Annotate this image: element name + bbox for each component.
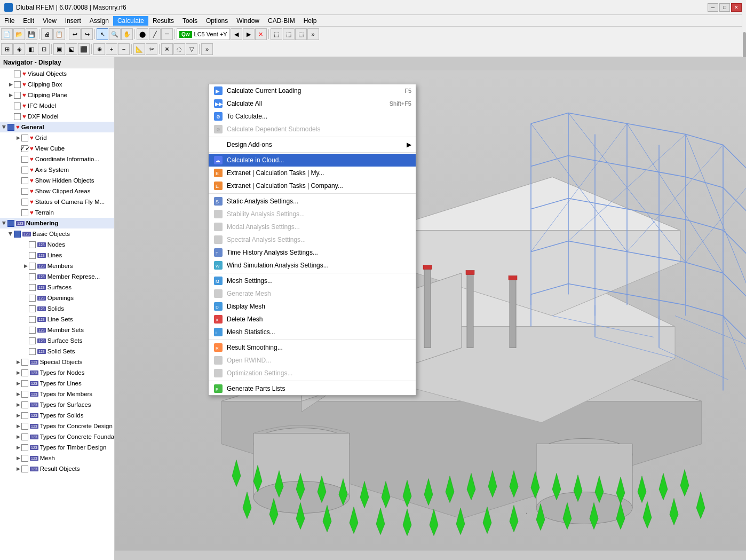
calc-static-settings[interactable]: S Static Analysis Settings... xyxy=(209,195,416,208)
tb-zoom[interactable]: 🔍 xyxy=(109,28,121,40)
menu-item-options[interactable]: Options xyxy=(202,16,232,26)
checkbox-nodes[interactable] xyxy=(29,241,36,248)
checkbox-solid-sets[interactable] xyxy=(29,348,36,355)
nav-surfaces[interactable]: 123 Surfaces xyxy=(0,282,114,293)
nav-nodes[interactable]: 123 Nodes xyxy=(0,239,114,250)
checkbox-types-concrete[interactable] xyxy=(21,423,28,430)
calc-time-history[interactable]: T Time History Analysis Settings... xyxy=(209,246,416,259)
nav-members[interactable]: ▶ 123 Members xyxy=(0,261,114,271)
nav-grid[interactable]: ▶ ♥ Grid xyxy=(0,132,114,143)
tb-node[interactable]: ⬤ xyxy=(137,28,148,40)
tb2-hide[interactable]: ◌ xyxy=(173,43,185,55)
tb2-solid[interactable]: ⬛ xyxy=(78,43,90,55)
menu-item-cad-bim[interactable]: CAD-BIM xyxy=(264,16,299,26)
nav-numbering-group[interactable]: ▶ 123 Numbering xyxy=(0,218,114,228)
checkbox-ifc-model[interactable] xyxy=(14,102,21,109)
nav-types-concrete[interactable]: ▶ 123 Types for Concrete Design xyxy=(0,421,114,431)
checkbox-member-rep[interactable] xyxy=(29,273,36,280)
checkbox-dxf-model[interactable] xyxy=(14,113,21,120)
nav-terrain[interactable]: ♥ Terrain xyxy=(0,207,114,218)
tb-new[interactable]: 📄 xyxy=(1,28,13,40)
checkbox-types-foundation[interactable] xyxy=(21,433,28,440)
nav-mesh[interactable]: ▶ 123 Mesh xyxy=(0,453,114,463)
checkbox-line-sets[interactable] xyxy=(29,316,36,323)
checkbox-types-solids[interactable] xyxy=(21,412,28,419)
menu-item-help[interactable]: Help xyxy=(299,16,321,26)
menu-item-file[interactable]: File xyxy=(0,16,19,26)
calc-mesh-settings[interactable]: M Mesh Settings... xyxy=(209,274,416,287)
tb2-zoom-in[interactable]: + xyxy=(106,43,117,55)
checkbox-members[interactable] xyxy=(29,263,36,270)
checkbox-surface-sets[interactable] xyxy=(29,337,36,344)
calc-wind-simulation[interactable]: W Wind Simulation Analysis Settings... xyxy=(209,259,416,272)
checkbox-solids[interactable] xyxy=(29,305,36,312)
tb-save[interactable]: 💾 xyxy=(26,28,37,40)
nav-lines[interactable]: 123 Lines xyxy=(0,250,114,261)
checkbox-grid[interactable] xyxy=(21,135,28,141)
checkbox-lines[interactable] xyxy=(29,252,36,259)
checkbox-terrain[interactable] xyxy=(21,209,28,216)
tb-redo[interactable]: ↪ xyxy=(81,28,93,40)
viewport[interactable]: . ▶ Calculate Current Loading F5 ▶▶ Calc… xyxy=(115,57,746,560)
nav-visual-objects[interactable]: ♥ Visual Objects xyxy=(0,68,114,79)
nav-axis-system[interactable]: ♥ Axis System xyxy=(0,164,114,175)
checkbox-types-members[interactable] xyxy=(21,391,28,398)
nav-line-sets[interactable]: 123 Line Sets xyxy=(0,314,114,325)
menu-item-results[interactable]: Results xyxy=(148,16,178,26)
nav-types-surfaces[interactable]: ▶ 123 Types for Surfaces xyxy=(0,399,114,410)
tb2-wireframe[interactable]: ⬕ xyxy=(66,43,77,55)
checkbox-types-surfaces[interactable] xyxy=(21,401,28,408)
nav-surface-sets[interactable]: 123 Surface Sets xyxy=(0,335,114,346)
tb-print[interactable]: 🖨 xyxy=(41,28,53,40)
calc-extranet-company[interactable]: E Extranet | Calculation Tasks | Company… xyxy=(209,179,416,192)
checkbox-mesh[interactable] xyxy=(21,455,28,462)
checkbox-result-objects[interactable] xyxy=(21,466,28,472)
nav-solid-sets[interactable]: 123 Solid Sets xyxy=(0,346,114,357)
checkbox-show-clipped[interactable] xyxy=(21,188,28,195)
nav-clipping-plane[interactable]: ▶ ♥ Clipping Plane xyxy=(0,90,114,100)
tb2-top[interactable]: ⊡ xyxy=(38,43,50,55)
nav-clipping-box[interactable]: ▶ ♥ Clipping Box xyxy=(0,79,114,90)
nav-types-timber[interactable]: ▶ 123 Types for Timber Design xyxy=(0,442,114,453)
checkbox-visual-objects[interactable] xyxy=(14,70,21,77)
calc-display-mesh[interactable]: D Display Mesh xyxy=(209,300,416,313)
lc-prev-btn[interactable]: ◀ xyxy=(231,28,242,40)
checkbox-coord-info[interactable] xyxy=(21,156,28,163)
checkbox-clipping-plane[interactable] xyxy=(14,92,21,99)
tb-line[interactable]: ╱ xyxy=(149,28,161,40)
nav-member-rep[interactable]: 123 Member Represe... xyxy=(0,271,114,282)
menu-item-assign[interactable]: Assign xyxy=(85,16,113,26)
tb-undo[interactable]: ↩ xyxy=(69,28,81,40)
nav-general-group[interactable]: ▶ ♥ General xyxy=(0,122,114,132)
nav-types-concrete-foundation[interactable]: ▶ 123 Types for Concrete Foundation Desi… xyxy=(0,431,114,442)
menu-item-calculate[interactable]: Calculate xyxy=(113,16,148,26)
nav-view-cube[interactable]: ✓ ♥ View Cube xyxy=(0,143,114,154)
nav-show-hidden[interactable]: ♥ Show Hidden Objects xyxy=(0,175,114,186)
menu-item-window[interactable]: Window xyxy=(232,16,264,26)
nav-ifc-model[interactable]: ♥ IFC Model xyxy=(0,100,114,111)
calc-cloud[interactable]: ☁ Calculate in Cloud... xyxy=(209,154,416,167)
calc-to-calculate[interactable]: ⚙ To Calculate... xyxy=(209,110,416,123)
checkbox-types-lines[interactable] xyxy=(21,380,28,387)
nav-camera-status[interactable]: ♥ Status of Camera Fly M... xyxy=(0,196,114,207)
tb-member[interactable]: ═ xyxy=(161,28,173,40)
tb2-front[interactable]: ◧ xyxy=(26,43,37,55)
menu-item-insert[interactable]: Insert xyxy=(61,16,85,26)
checkbox-numbering[interactable] xyxy=(7,220,14,227)
nav-dxf-model[interactable]: ♥ DXF Model xyxy=(0,111,114,122)
minimize-btn[interactable]: ─ xyxy=(708,3,718,12)
nav-coord-info[interactable]: ♥ Coordinate Informatio... xyxy=(0,154,114,164)
tb-copy[interactable]: 📋 xyxy=(53,28,65,40)
nav-member-sets[interactable]: 123 Member Sets xyxy=(0,325,114,335)
tb-3d-view1[interactable]: ⬚ xyxy=(271,28,282,40)
tb2-section[interactable]: ✂ xyxy=(146,43,157,55)
checkbox-member-sets[interactable] xyxy=(29,327,36,334)
nav-basic-objects-group[interactable]: ▶ 123 Basic Objects xyxy=(0,228,114,239)
tb2-viewall[interactable]: ⊞ xyxy=(1,43,13,55)
nav-types-solids[interactable]: ▶ 123 Types for Solids xyxy=(0,410,114,421)
menu-item-view[interactable]: View xyxy=(38,16,61,26)
calc-delete-mesh[interactable]: X Delete Mesh xyxy=(209,313,416,326)
checkbox-clipping-box[interactable] xyxy=(14,81,21,88)
tb2-measure[interactable]: 📐 xyxy=(133,43,145,55)
tb2-xray[interactable]: ☀ xyxy=(161,43,173,55)
